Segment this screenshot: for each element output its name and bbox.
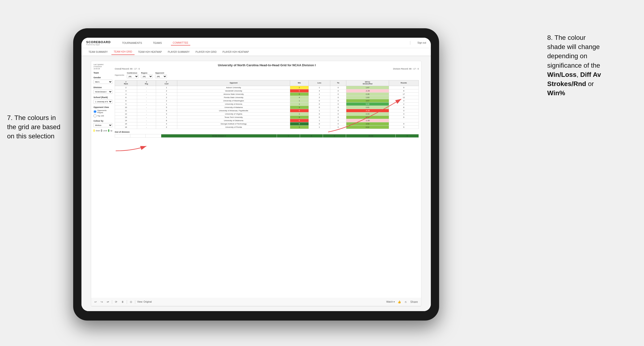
cell-conf: 1 [156, 116, 177, 119]
cell-tie: 0 [330, 109, 346, 112]
toolbar-redo[interactable]: ↪ [100, 300, 104, 304]
filter-row: Opponents: Conference (All) Reg [115, 72, 419, 78]
cell-conf: 6 [156, 119, 177, 122]
cell-win: 0 [290, 119, 308, 122]
toolbar-refresh[interactable]: ⟳ [114, 300, 118, 304]
right-panel: University of North Carolina Head-to-Hea… [115, 63, 419, 295]
cell-reg: - [137, 116, 156, 119]
toolbar-watch[interactable]: Watch ▾ [386, 301, 395, 303]
table-row: 12 - 3 University of Virginia 1 0 0 2.33… [115, 112, 419, 116]
legend-down-label: Down [96, 130, 100, 132]
legend: Down Level Up [94, 129, 112, 132]
toolbar-pause[interactable]: ⏸ [120, 300, 125, 304]
division-select[interactable]: NCAA Division I [94, 90, 112, 94]
table-row: 9 - 1 University of Arizona 1 0 0 9.00 2 [115, 102, 419, 106]
cell-rank: 12 [115, 112, 137, 116]
table-row: 10 - 5 University of Alabama 3 0 0 2.61 … [115, 106, 419, 109]
cell-diff: 2.28 [346, 92, 389, 96]
school-select[interactable]: 1. University of Nort... [94, 99, 112, 104]
toolbar-back[interactable]: ↫ [106, 300, 110, 304]
opponent-view-section: Opponent View Opponents Played Top 100 [94, 106, 112, 117]
sub-nav-player-h2h-heatmap[interactable]: PLAYER H2H HEATMAP [220, 49, 252, 55]
cell-reg: - [137, 99, 156, 102]
cell-conf: 2 [156, 125, 177, 129]
col-rank: #Rank [115, 80, 137, 86]
cell-opponent: Vanderbilt University [177, 89, 290, 92]
col-tie: Tie [330, 80, 346, 86]
out-of-division-table: NCAA Division II 1 0 0 26.00 3 [115, 134, 419, 138]
radio-opponents-played[interactable]: Opponents Played [94, 109, 112, 114]
cell-conf: 2 [156, 96, 177, 99]
cell-loss: 2 [308, 96, 330, 99]
cell-rank: 2 [115, 86, 137, 89]
cell-opponent: University of Oklahoma [177, 119, 290, 122]
cell-opponent: Auburn University [177, 86, 290, 89]
cell-rounds [389, 119, 418, 122]
conference-select[interactable]: (All) [127, 74, 138, 78]
cell-diff: 4.50 [346, 122, 389, 125]
cell-win: 1 [290, 99, 308, 102]
cell-reg: - [137, 125, 156, 129]
cell-reg: - [137, 86, 156, 89]
table-header-row: #Rank #Reg #Conf Opponent Win Loss Tie D… [115, 80, 419, 86]
cell-win: 1 [290, 112, 308, 116]
cell-tie: 0 [330, 99, 346, 102]
cell-loss: 0 [308, 99, 330, 102]
cell-conf: 5 [156, 106, 177, 109]
tablet-screen: SCOREBOARD Powered by clippd TOURNAMENTS… [82, 38, 431, 311]
cell-diff: 2.61 [346, 106, 389, 109]
toolbar-sep2 [127, 300, 127, 304]
cell-rank: 10 [115, 106, 137, 109]
sub-nav-player-h2h-grid[interactable]: PLAYER H2H GRID [193, 49, 219, 55]
division-section: Division NCAA Division I [94, 86, 112, 94]
toolbar-clock[interactable]: ⊙ [129, 300, 133, 304]
sub-nav-team-h2h-grid[interactable]: TEAM H2H GRID [112, 49, 134, 55]
cell-win: 4 [290, 96, 308, 99]
cell-opponent: Arizona State University [177, 92, 290, 96]
cell-conf: 1 [156, 102, 177, 106]
legend-level-dot [101, 129, 102, 132]
cell-diff: 1.83 [346, 96, 389, 99]
school-section: School (Rank) 1. University of Nort... [94, 96, 112, 104]
toolbar-share-icon[interactable]: ⎋ [404, 300, 408, 304]
cell-rank: 13 [115, 116, 137, 119]
toolbar-undo[interactable]: ↩ [94, 300, 98, 304]
nav-tournaments[interactable]: TOURNAMENTS [120, 40, 144, 45]
nav-committee[interactable]: COMMITTEE [171, 40, 190, 45]
sub-nav-team-summary[interactable]: TEAM SUMMARY [86, 49, 110, 55]
toolbar-sep3 [135, 300, 135, 304]
viz-area: Last Updated: 27/03/2024 16:55:38 Team G… [91, 61, 421, 298]
division-label: Division [94, 86, 112, 89]
cell-conf: 1 [156, 92, 177, 96]
toolbar-view-label[interactable]: View: Original [137, 301, 152, 303]
annotation-left: 7. The colours in the grid are based on … [7, 113, 73, 141]
od-diff: 26.00 [346, 134, 396, 137]
cell-tie: 0 [330, 122, 346, 125]
sign-out-button[interactable]: Sign out [417, 41, 426, 44]
sub-nav-player-summary[interactable]: PLAYER SUMMARY [166, 49, 192, 55]
opponent-select[interactable]: (All) [155, 74, 167, 78]
cell-rounds: 8 [389, 89, 418, 92]
cell-opponent: Texas Tech University [177, 116, 290, 119]
cell-tie: 0 [330, 112, 346, 116]
gender-select[interactable]: Men's [94, 80, 112, 84]
sub-nav-team-h2h-heatmap[interactable]: TEAM H2H HEATMAP [136, 49, 164, 55]
toolbar-thumbsup[interactable]: 👍 [396, 300, 402, 304]
nav-teams[interactable]: TEAMS [151, 40, 164, 45]
cell-loss: 1 [308, 86, 330, 89]
app-header: SCOREBOARD Powered by clippd TOURNAMENTS… [82, 38, 431, 48]
cell-opponent: University of Washington [177, 99, 290, 102]
cell-rank: 3 [115, 89, 137, 92]
logo-sub: Powered by clippd [86, 44, 111, 45]
radio-top100[interactable]: Top 100 [94, 114, 112, 117]
table-scroll-area[interactable]: #Rank #Reg #Conf Opponent Win Loss Tie D… [115, 80, 419, 295]
toolbar-share-label[interactable]: Share [409, 300, 419, 304]
legend-down-dot [94, 129, 95, 132]
colour-by-select[interactable]: Win/loss [94, 123, 112, 127]
cell-diff: 3.67 [346, 99, 389, 102]
cell-reg: - [137, 102, 156, 106]
table-row: 3 - 2 Vanderbilt University 0 4 0 -2.29 … [115, 89, 419, 92]
od-loss: 0 [300, 134, 323, 137]
region-select[interactable]: (All) [141, 74, 153, 78]
cell-win: 2 [290, 86, 308, 89]
